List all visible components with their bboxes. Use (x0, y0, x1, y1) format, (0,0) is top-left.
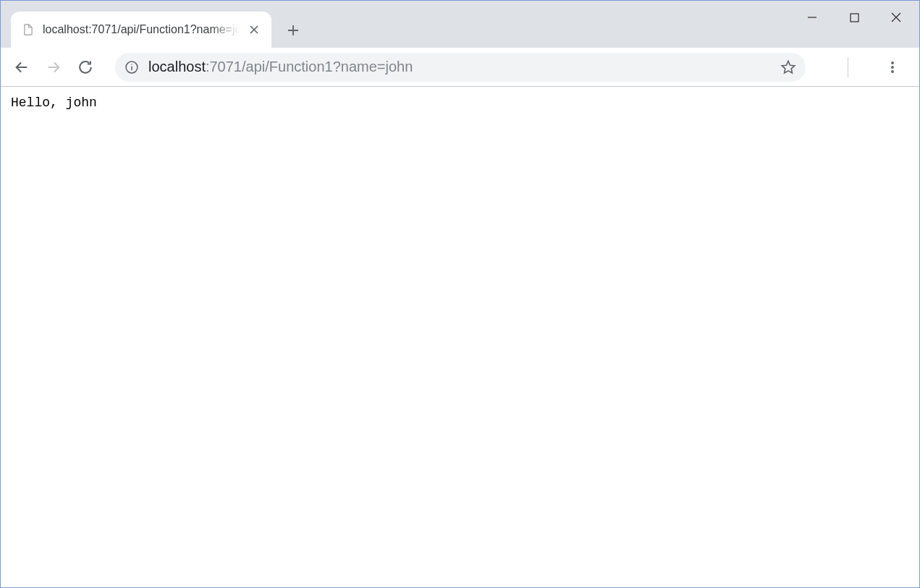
tab-active[interactable]: localhost:7071/api/Function1?name=john (11, 12, 271, 48)
toolbar-right (822, 54, 912, 81)
tab-strip: localhost:7071/api/Function1?name=john (1, 1, 919, 48)
toolbar: localhost:7071/api/Function1?name=john (1, 48, 919, 87)
svg-marker-4 (782, 61, 794, 72)
browser-window: localhost:7071/api/Function1?name=john (1, 1, 919, 587)
file-icon (21, 22, 35, 37)
url-path: /api/Function1?name=john (242, 59, 413, 74)
svg-point-7 (891, 70, 894, 73)
url-port: :7071 (206, 59, 242, 74)
site-info-icon[interactable] (124, 59, 140, 75)
address-bar[interactable]: localhost:7071/api/Function1?name=john (115, 53, 806, 82)
window-controls (792, 4, 916, 30)
svg-point-5 (891, 61, 894, 64)
close-icon[interactable] (247, 22, 261, 37)
reload-button[interactable] (72, 54, 99, 81)
page-content: Hello, john (1, 87, 919, 587)
svg-rect-0 (851, 14, 858, 22)
toolbar-divider (848, 57, 848, 77)
forward-button (40, 54, 67, 81)
tabs-row: localhost:7071/api/Function1?name=john (1, 1, 306, 48)
back-button[interactable] (8, 54, 35, 81)
maximize-button[interactable] (834, 4, 874, 30)
close-window-button[interactable] (876, 4, 916, 30)
svg-point-6 (891, 66, 894, 69)
url-host: localhost (148, 59, 206, 74)
svg-point-3 (131, 64, 132, 65)
minimize-button[interactable] (792, 4, 832, 30)
tab-title: localhost:7071/api/Function1?name=john (43, 23, 240, 36)
menu-button[interactable] (879, 54, 906, 81)
new-tab-button[interactable] (280, 17, 306, 43)
bookmark-star-icon[interactable] (780, 59, 797, 76)
url-text[interactable]: localhost:7071/api/Function1?name=john (148, 59, 771, 75)
